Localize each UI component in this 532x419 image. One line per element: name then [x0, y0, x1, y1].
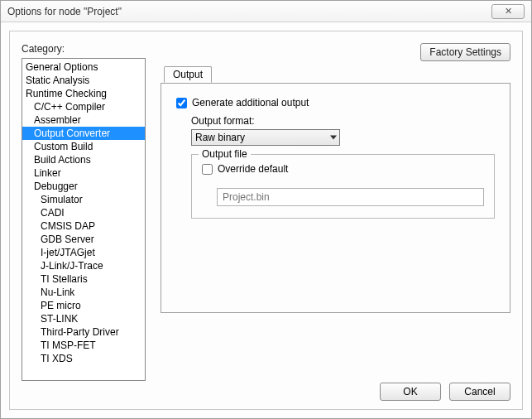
titlebar: Options for node "Project" ✕	[1, 1, 531, 22]
category-item[interactable]: Simulator	[22, 193, 145, 206]
category-item[interactable]: TI XDS	[22, 352, 145, 365]
output-format-select[interactable]: Raw binary	[191, 129, 340, 146]
generate-output-checkbox[interactable]	[176, 98, 187, 108]
category-item[interactable]: J-Link/J-Trace	[22, 259, 145, 272]
category-item[interactable]: General Options	[22, 60, 145, 74]
category-list[interactable]: General OptionsStatic AnalysisRuntime Ch…	[22, 58, 146, 381]
category-label: Category:	[22, 43, 146, 55]
category-item[interactable]: GDB Server	[22, 233, 145, 246]
close-button[interactable]: ✕	[491, 4, 525, 19]
tab-body: Generate additional output Output format…	[161, 83, 510, 313]
category-item[interactable]: PE micro	[22, 299, 145, 312]
category-item[interactable]: Custom Build	[22, 140, 145, 153]
window-title: Options for node "Project"	[7, 6, 122, 17]
category-item[interactable]: CADI	[22, 206, 145, 219]
override-default-checkbox[interactable]	[202, 164, 213, 175]
tab-panel: Output Generate additional output Output…	[161, 83, 510, 369]
cancel-button[interactable]: Cancel	[449, 383, 510, 401]
dialog-body: Category: General OptionsStatic Analysis…	[9, 31, 523, 410]
category-item[interactable]: ST-LINK	[22, 312, 145, 325]
category-item[interactable]: CMSIS DAP	[22, 219, 145, 233]
output-filename-input[interactable]	[217, 188, 484, 206]
tab-output[interactable]: Output	[164, 66, 212, 83]
output-format-value: Raw binary	[195, 132, 245, 143]
category-item[interactable]: Linker	[22, 166, 145, 180]
category-item[interactable]: C/C++ Compiler	[22, 100, 145, 113]
override-default-label[interactable]: Override default	[218, 163, 288, 175]
category-item[interactable]: Nu-Link	[22, 286, 145, 299]
generate-output-label[interactable]: Generate additional output	[192, 97, 309, 108]
output-file-group: Output file Override default	[191, 154, 495, 219]
category-item[interactable]: Output Converter	[22, 127, 145, 140]
category-item[interactable]: Third-Party Driver	[22, 325, 145, 339]
category-item[interactable]: Build Actions	[22, 153, 145, 166]
dialog-footer: OK Cancel	[380, 383, 510, 401]
output-format-label: Output format:	[191, 115, 495, 127]
category-item[interactable]: I-jet/JTAGjet	[22, 246, 145, 259]
category-item[interactable]: Debugger	[22, 180, 145, 193]
category-item[interactable]: Static Analysis	[22, 74, 145, 87]
category-item[interactable]: TI Stellaris	[22, 272, 145, 286]
ok-button[interactable]: OK	[380, 383, 441, 401]
chevron-down-icon	[330, 136, 337, 140]
category-item[interactable]: TI MSP-FET	[22, 339, 145, 352]
factory-settings-button[interactable]: Factory Settings	[420, 43, 510, 61]
output-file-legend: Output file	[199, 148, 251, 160]
category-item[interactable]: Assembler	[22, 113, 145, 127]
close-icon: ✕	[505, 6, 512, 17]
category-item[interactable]: Runtime Checking	[22, 87, 145, 100]
dialog-window: Options for node "Project" ✕ Category: G…	[0, 0, 532, 419]
